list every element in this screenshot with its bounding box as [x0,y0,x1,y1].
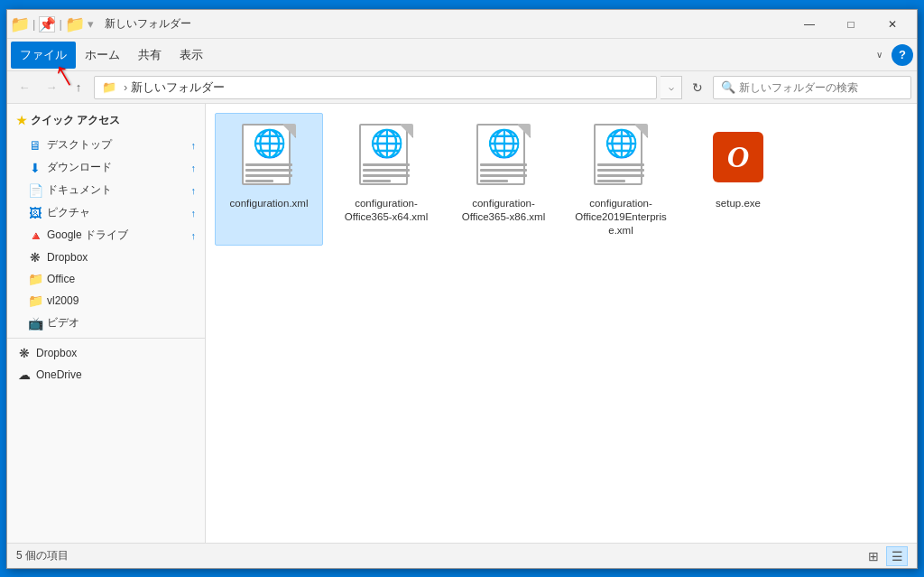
sidebar: ★ クイック アクセス 🖥 デスクトップ ↑ ⬇ ダウンロード ↑ 📄 ドキュメ… [7,104,206,543]
file-name-setup-exe: setup.exe [716,197,761,210]
quick-access-header[interactable]: ★ クイック アクセス [7,107,205,134]
file-name-config-office2019: configuration-Office2019Enterprise.xml [573,197,669,237]
close-button[interactable]: ✕ [872,10,913,39]
title-separator-1: | [32,17,35,31]
pin-icon-google-drive: ↑ [191,230,197,241]
onedrive-icon: ☁ [16,368,32,382]
sidebar-label-office: Office [47,273,75,285]
file-name-config-xml: configuration.xml [230,197,309,210]
menu-item-view[interactable]: 表示 [171,42,212,69]
menu-bar-right: ∨ ? [871,44,913,66]
address-path-text: 新しいフォルダー [131,79,225,96]
sidebar-item-dropbox1[interactable]: ❋ Dropbox [7,247,205,268]
quick-access-label: クイック アクセス [31,113,120,128]
search-box[interactable]: 🔍 [713,76,911,99]
sidebar-label-dropbox1: Dropbox [47,251,88,264]
status-item-count: 5 個の項目 [16,548,69,563]
file-item-config-office365-x64[interactable]: 🌐 configuration-Office365-x64.xml [332,113,440,246]
sidebar-label-google-drive: Google ドライブ [47,228,128,243]
menu-item-file[interactable]: ファイル [11,42,76,69]
title-separator-3: ▾ [88,17,94,31]
vl2009-folder-icon: 📁 [27,293,43,308]
main-content: ★ クイック アクセス 🖥 デスクトップ ↑ ⬇ ダウンロード ↑ 📄 ドキュメ… [7,104,917,543]
sidebar-item-office[interactable]: 📁 Office [7,268,205,290]
sidebar-item-documents[interactable]: 📄 ドキュメント ↑ [7,179,205,201]
status-bar: 5 個の項目 ⊞ ☰ [7,543,917,568]
dropbox2-icon: ❋ [16,346,32,360]
dropbox1-icon: ❋ [27,250,43,265]
pin-icon-documents: ↑ [191,185,197,196]
office-logo-icon: O [713,132,763,182]
office-folder-icon: 📁 [27,272,43,286]
sidebar-item-onedrive[interactable]: ☁ OneDrive [7,364,205,386]
sidebar-label-dropbox2: Dropbox [36,347,77,359]
sidebar-label-video: ビデオ [47,315,79,330]
menu-item-share[interactable]: 共有 [129,42,171,69]
address-separator: › [124,80,127,94]
help-button[interactable]: ? [892,44,913,66]
refresh-button[interactable]: ↻ [686,76,709,99]
address-folder-icon: 📁 [102,80,116,94]
documents-icon: 📄 [27,183,43,198]
menu-item-home[interactable]: ホーム [76,42,129,69]
list-view-button[interactable]: ☰ [886,546,908,566]
title-folder-icon-2: 📁 [66,15,84,33]
file-item-setup-exe[interactable]: O setup.exe [684,113,792,246]
google-drive-icon: 🔺 [27,228,43,243]
up-button[interactable]: ↑ [67,76,90,99]
back-button[interactable]: ← [13,76,36,99]
maximize-button[interactable]: □ [830,10,872,39]
sidebar-item-google-drive[interactable]: 🔺 Google ドライブ ↑ [7,224,205,247]
file-icon-config-office365-x64: 🌐 [352,121,420,193]
title-folder-icon: 📁 [11,15,29,33]
search-input[interactable] [739,81,903,94]
menu-bar: ファイル ホーム 共有 表示 ∨ ? [7,39,917,71]
sidebar-item-downloads[interactable]: ⬇ ダウンロード ↑ [7,156,205,179]
file-name-config-office365-x86: configuration-Office365-x86.xml [456,197,551,224]
sidebar-item-vl2009[interactable]: 📁 vl2009 [7,290,205,312]
sidebar-label-downloads: ダウンロード [47,160,112,175]
pictures-icon: 🖼 [27,206,43,220]
title-controls: — □ ✕ [789,10,913,39]
sidebar-label-pictures: ピクチャ [47,205,90,220]
sidebar-label-desktop: デスクトップ [47,137,112,153]
grid-view-button[interactable]: ⊞ [863,546,884,566]
pin-icon-pictures: ↑ [191,208,197,219]
title-bar-quick-icons: 📁 | 📌 | 📁 ▾ [11,15,96,33]
window-title: 新しいフォルダー [105,16,789,32]
sidebar-label-onedrive: OneDrive [36,368,82,381]
pin-icon-downloads: ↑ [191,163,197,173]
address-path[interactable]: 📁 › 新しいフォルダー [94,76,657,99]
file-item-config-office365-x86[interactable]: 🌐 configuration-Office365-x86.xml [449,113,558,246]
file-icon-config-office2019: 🌐 [587,121,655,193]
desktop-icon: 🖥 [27,138,43,153]
menu-chevron-icon[interactable]: ∨ [871,46,888,63]
file-icon-config-xml: 🌐 [235,121,303,193]
sidebar-item-pictures[interactable]: 🖼 ピクチャ ↑ [7,201,205,224]
file-icon-config-office365-x86: 🌐 [469,121,538,193]
file-icon-setup-exe: O [704,121,772,193]
file-name-config-office365-x64: configuration-Office365-x64.xml [338,197,434,224]
sidebar-item-dropbox2[interactable]: ❋ Dropbox [7,342,205,364]
file-area: 🌐 configuration.xml [206,104,917,543]
star-icon: ★ [16,114,27,127]
sidebar-item-video[interactable]: 📺 ビデオ [7,312,205,334]
pin-icon-desktop: ↑ [191,140,197,151]
quick-access-pin-icon[interactable]: 📌 [39,16,55,33]
title-bar: 📁 | 📌 | 📁 ▾ 新しいフォルダー — □ ✕ [7,10,917,39]
address-bar: ← → ↑ 📁 › 新しいフォルダー ⌵ ↻ 🔍 [7,71,917,104]
status-bar-right: ⊞ ☰ [863,546,908,566]
video-icon: 📺 [27,316,43,330]
address-chevron-button[interactable]: ⌵ [661,76,682,99]
sidebar-item-desktop[interactable]: 🖥 デスクトップ ↑ [7,134,205,156]
download-icon: ⬇ [27,161,43,175]
minimize-button[interactable]: — [789,10,830,39]
search-icon: 🔍 [721,80,735,94]
forward-button[interactable]: → [40,76,63,99]
sidebar-divider-1 [7,338,205,339]
file-item-config-xml[interactable]: 🌐 configuration.xml [215,113,323,246]
sidebar-label-documents: ドキュメント [47,182,112,198]
file-item-config-office2019[interactable]: 🌐 configuration-Office2019Enterprise.xml [567,113,675,246]
sidebar-label-vl2009: vl2009 [47,294,79,307]
office-o-letter: O [727,142,750,172]
